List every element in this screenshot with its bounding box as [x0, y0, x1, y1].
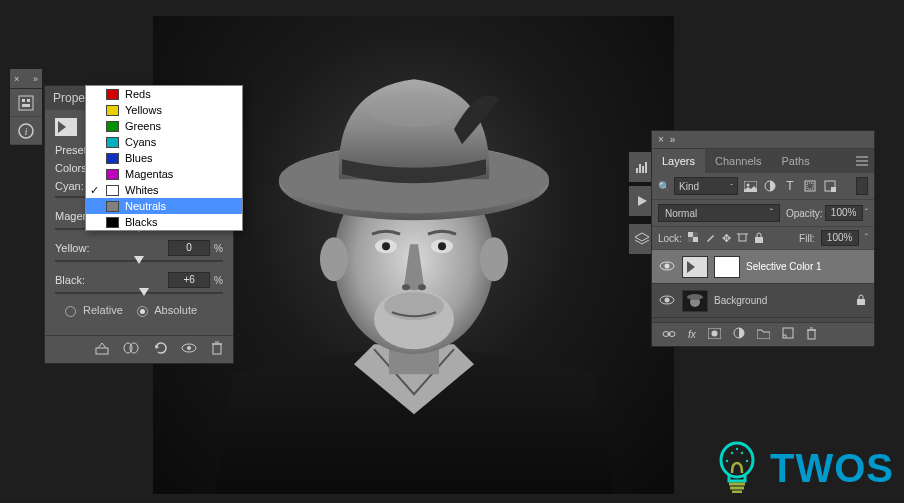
- layer-row-selective-color[interactable]: Selective Color 1: [652, 250, 874, 284]
- lock-artboard-icon[interactable]: [737, 232, 748, 245]
- filter-type-icon[interactable]: T: [782, 178, 798, 194]
- opt-label-magentas: Magentas: [125, 168, 173, 180]
- info-panel-tool-icon[interactable]: i: [10, 117, 42, 145]
- filter-shape-icon[interactable]: [802, 178, 818, 194]
- layer-fx-icon[interactable]: fx: [688, 329, 696, 340]
- layer-name-selective-color[interactable]: Selective Color 1: [746, 261, 868, 272]
- black-slider[interactable]: [55, 292, 223, 294]
- layer-row-background[interactable]: Background: [652, 284, 874, 318]
- colors-option-magentas[interactable]: Magentas: [86, 166, 242, 182]
- colors-option-blues[interactable]: Blues: [86, 150, 242, 166]
- colors-dropdown[interactable]: Reds Yellows Greens Cyans Blues Magentas…: [85, 85, 243, 231]
- svg-rect-57: [857, 299, 865, 305]
- link-layers-icon[interactable]: [662, 328, 676, 342]
- chevron-down-icon: ˇ: [770, 208, 773, 219]
- adjustment-thumb-icon[interactable]: [682, 256, 708, 278]
- kind-search-icon[interactable]: 🔍: [658, 181, 670, 192]
- new-layer-icon[interactable]: [782, 327, 794, 342]
- lock-transparency-icon[interactable]: [688, 232, 699, 245]
- svg-point-75: [746, 460, 748, 462]
- svg-point-52: [665, 263, 670, 268]
- svg-rect-29: [636, 168, 638, 173]
- lock-brush-icon[interactable]: [705, 232, 716, 245]
- dock-close-icon[interactable]: ×: [14, 74, 19, 84]
- lock-all-icon[interactable]: [754, 232, 764, 245]
- colors-option-yellows[interactable]: Yellows: [86, 102, 242, 118]
- new-adjustment-icon[interactable]: [733, 327, 745, 342]
- black-slider-knob[interactable]: [139, 288, 149, 296]
- svg-point-73: [741, 452, 743, 454]
- layers-tabs: Layers Channels Paths: [652, 149, 874, 173]
- new-group-icon[interactable]: [757, 328, 770, 342]
- layer-thumb-background[interactable]: [682, 290, 708, 312]
- properties-panel-tool-icon[interactable]: [10, 89, 42, 117]
- absolute-radio[interactable]: Absolute: [137, 304, 197, 317]
- svg-rect-42: [831, 187, 836, 192]
- delete-layer-icon[interactable]: [806, 327, 817, 343]
- reset-icon[interactable]: [153, 341, 167, 358]
- opt-label-cyans: Cyans: [125, 136, 156, 148]
- filter-pixel-icon[interactable]: [742, 178, 758, 194]
- selective-color-icon: [55, 118, 77, 136]
- layers-panel-titlebar[interactable]: × »: [652, 131, 874, 149]
- yellow-slider[interactable]: [55, 260, 223, 262]
- dock-header: × »: [10, 69, 42, 89]
- clip-to-layer-icon[interactable]: [95, 341, 109, 358]
- view-previous-icon[interactable]: [123, 341, 139, 358]
- opacity-input[interactable]: 100%: [825, 205, 863, 221]
- layer-name-background[interactable]: Background: [714, 295, 850, 306]
- trash-icon[interactable]: [211, 341, 223, 358]
- lock-position-icon[interactable]: ✥: [722, 232, 731, 245]
- svg-point-3: [480, 237, 508, 281]
- swatch-green: [106, 121, 119, 132]
- svg-point-54: [665, 297, 670, 302]
- layers-close-icon[interactable]: ×: [658, 134, 664, 145]
- colors-option-neutrals[interactable]: Neutrals: [86, 198, 242, 214]
- tab-paths[interactable]: Paths: [772, 149, 820, 173]
- chevron-down-icon[interactable]: ˇ: [865, 233, 868, 244]
- visibility-eye-icon[interactable]: [658, 293, 676, 309]
- fill-input[interactable]: 100%: [821, 230, 859, 246]
- svg-text:i: i: [24, 125, 27, 137]
- filter-smartobj-icon[interactable]: [822, 178, 838, 194]
- colors-option-greens[interactable]: Greens: [86, 118, 242, 134]
- svg-point-56: [687, 294, 703, 300]
- tab-layers[interactable]: Layers: [652, 149, 705, 173]
- blend-mode-value: Normal: [665, 208, 697, 219]
- layers-expand-icon[interactable]: »: [670, 134, 676, 145]
- chevron-down-icon: ˇ: [730, 182, 733, 191]
- blend-mode-select[interactable]: Normal ˇ: [658, 204, 780, 222]
- lock-label: Lock:: [658, 233, 682, 244]
- layers-panel-menu-icon[interactable]: [850, 149, 874, 173]
- svg-point-37: [746, 183, 749, 186]
- colors-option-blacks[interactable]: Blacks: [86, 214, 242, 230]
- chevron-down-icon[interactable]: ˇ: [865, 208, 868, 219]
- filter-toggle-switch[interactable]: [856, 177, 868, 195]
- yellow-value-input[interactable]: 0: [168, 240, 210, 256]
- layer-mask-thumb[interactable]: [714, 256, 740, 278]
- opt-label-blacks: Blacks: [125, 216, 157, 228]
- colors-option-cyans[interactable]: Cyans: [86, 134, 242, 150]
- layers-filter-row: 🔍 Kind ˇ T: [652, 173, 874, 200]
- colors-option-reds[interactable]: Reds: [86, 86, 242, 102]
- yellow-slider-knob[interactable]: [134, 256, 144, 264]
- visibility-eye-icon[interactable]: [658, 259, 676, 275]
- colors-option-whites[interactable]: ✓ Whites: [86, 182, 242, 198]
- filter-adjustment-icon[interactable]: [762, 178, 778, 194]
- absolute-label: Absolute: [154, 304, 197, 316]
- yellow-label: Yellow:: [55, 242, 89, 254]
- black-value-input[interactable]: +6: [168, 272, 210, 288]
- opacity-label: Opacity:: [786, 208, 823, 219]
- opt-label-blues: Blues: [125, 152, 153, 164]
- opt-label-whites: Whites: [125, 184, 159, 196]
- toggle-visibility-icon[interactable]: [181, 342, 197, 357]
- add-mask-icon[interactable]: [708, 328, 721, 342]
- layers-blend-row: Normal ˇ Opacity: 100% ˇ: [652, 200, 874, 227]
- relative-radio[interactable]: Relative: [65, 304, 123, 317]
- kind-select[interactable]: Kind ˇ: [674, 177, 738, 195]
- absolute-radio-button[interactable]: [137, 306, 148, 317]
- tab-channels[interactable]: Channels: [705, 149, 771, 173]
- swatch-cyan: [106, 137, 119, 148]
- dock-expand-icon[interactable]: »: [33, 74, 38, 84]
- relative-radio-button[interactable]: [65, 306, 76, 317]
